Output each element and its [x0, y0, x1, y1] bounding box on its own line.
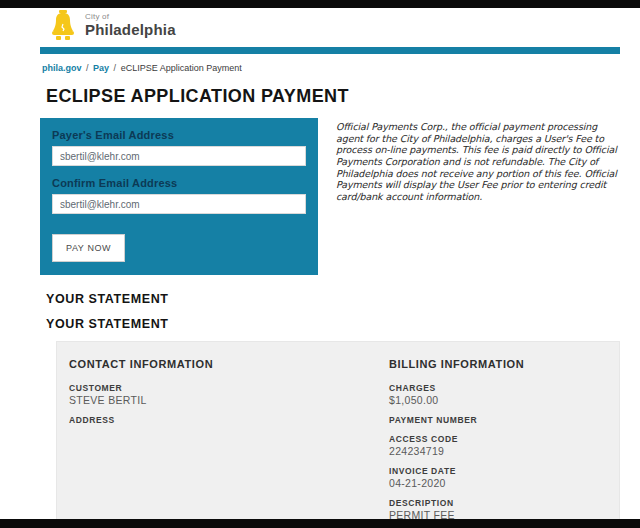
top-border [0, 0, 640, 8]
payment-number-row: PAYMENT NUMBER [389, 415, 609, 425]
billing-information-heading: BILLING INFORMATION [389, 358, 609, 370]
address-row: ADDRESS [69, 415, 389, 425]
logo-city-name: Philadelphia [85, 21, 176, 38]
access-code-row: ACCESS CODE 224234719 [389, 434, 609, 457]
invoice-date-row: INVOICE DATE 04-21-2020 [389, 466, 609, 489]
page-title: ECLIPSE APPLICATION PAYMENT [46, 86, 620, 107]
city-logo[interactable]: City of Philadelphia [40, 10, 620, 46]
invoice-date-label: INVOICE DATE [389, 466, 609, 476]
fee-disclaimer: Official Payments Corp., the official pa… [336, 121, 620, 203]
breadcrumb-link-pay[interactable]: Pay [93, 63, 109, 73]
site-header: City of Philadelphia [40, 10, 620, 54]
description-row: DESCRIPTION PERMIT FEE [389, 498, 609, 521]
page: City of Philadelphia phila.gov / Pay / e… [0, 0, 640, 528]
description-label: DESCRIPTION [389, 498, 609, 508]
confirm-email-input[interactable] [52, 194, 306, 214]
customer-value: STEVE BERTIL [69, 394, 389, 406]
payment-form: Payer's Email Address Confirm Email Addr… [40, 118, 318, 275]
billing-information-column: BILLING INFORMATION CHARGES $1,050.00 PA… [389, 358, 609, 528]
logo-text: City of Philadelphia [85, 10, 176, 38]
customer-label: CUSTOMER [69, 383, 389, 393]
logo-city-of: City of [85, 12, 176, 21]
breadcrumb: phila.gov / Pay / eCLIPSE Application Pa… [40, 63, 620, 73]
statement-heading-2: YOUR STATEMENT [46, 317, 620, 331]
customer-row: CUSTOMER STEVE BERTIL [69, 383, 389, 406]
payment-section: Payer's Email Address Confirm Email Addr… [40, 118, 620, 275]
breadcrumb-separator: / [114, 63, 117, 73]
breadcrumb-link-phila-gov[interactable]: phila.gov [42, 63, 82, 73]
charges-value: $1,050.00 [389, 394, 609, 406]
bottom-border [0, 519, 640, 528]
address-label: ADDRESS [69, 415, 389, 425]
contact-information-column: CONTACT INFORMATION CUSTOMER STEVE BERTI… [69, 358, 389, 528]
liberty-bell-icon [50, 10, 76, 42]
statement-box: CONTACT INFORMATION CUSTOMER STEVE BERTI… [56, 341, 620, 528]
payer-email-label: Payer's Email Address [52, 129, 306, 141]
header-divider [40, 47, 620, 54]
charges-label: CHARGES [389, 383, 609, 393]
payer-email-input[interactable] [52, 146, 306, 166]
payment-number-label: PAYMENT NUMBER [389, 415, 609, 425]
breadcrumb-separator: / [86, 63, 89, 73]
contact-information-heading: CONTACT INFORMATION [69, 358, 389, 370]
confirm-email-label: Confirm Email Address [52, 177, 306, 189]
invoice-date-value: 04-21-2020 [389, 477, 609, 489]
charges-row: CHARGES $1,050.00 [389, 383, 609, 406]
statement-heading-1: YOUR STATEMENT [46, 292, 620, 306]
access-code-value: 224234719 [389, 445, 609, 457]
pay-now-button[interactable]: PAY NOW [52, 234, 125, 262]
access-code-label: ACCESS CODE [389, 434, 609, 444]
breadcrumb-current: eCLIPSE Application Payment [121, 63, 242, 73]
